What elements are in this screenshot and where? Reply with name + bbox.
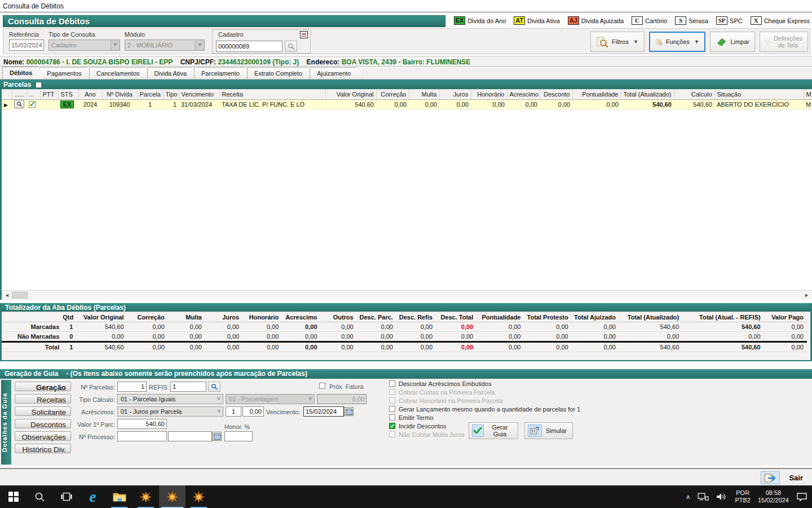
prox-fatura-checkbox[interactable] — [319, 383, 325, 389]
chevron-down-icon: ▼ — [111, 40, 120, 50]
simular-button[interactable]: Simular — [524, 422, 573, 439]
app-window-button-1[interactable] — [133, 485, 159, 508]
row-arrow-icon: ▶ — [4, 102, 8, 108]
totalizador-title: Totalizador da Aba Débitos (Parcelas) — [2, 303, 810, 312]
scrollbar-thumb[interactable] — [12, 292, 28, 299]
horizontal-scrollbar[interactable]: ◄ ► — [0, 290, 812, 300]
tray-expand-chevron[interactable]: ∧ — [686, 493, 690, 501]
vencimento-input[interactable] — [303, 406, 344, 417]
checkbox[interactable] — [389, 423, 395, 429]
gerar-guia-button[interactable]: Gerar Guia — [469, 422, 518, 439]
valor-primeira-parcela-label: Valor 1º Parc: — [76, 421, 115, 428]
limpar-button[interactable]: Limpar — [710, 32, 755, 52]
filter-search-icon — [596, 36, 608, 48]
cnpj-label: CNPJ/CPF: — [180, 58, 216, 66]
vencimento-label: Vencimento: — [266, 409, 301, 415]
legend-item: SSerasa — [675, 16, 708, 25]
num-parcelas-input[interactable] — [117, 382, 147, 392]
checkbox[interactable] — [389, 380, 395, 387]
detalhes-guia-side-label: Detalhes da Guia — [1, 380, 11, 465]
tab-extrato-completo[interactable]: Extrato Completo — [247, 67, 315, 79]
start-button[interactable] — [0, 485, 27, 508]
sair-button[interactable]: Sair — [755, 471, 809, 485]
funcoes-button[interactable]: Funções▼ — [649, 32, 705, 52]
parcelas-select-all-checkbox[interactable] — [36, 82, 42, 88]
checkbox[interactable] — [389, 414, 395, 421]
nav-receitas-button[interactable]: Receitas — [15, 394, 71, 404]
option-gerar-lancamento: Gerar Lançamento mesmo quando a quantida… — [389, 405, 615, 413]
clock[interactable]: 08:5815/02/2024 — [758, 489, 789, 504]
filtros-button[interactable]: Filtros▼ — [590, 32, 645, 52]
tab-divida-ativa[interactable]: Divida Ativa — [147, 67, 200, 79]
functions-search-icon — [655, 36, 663, 48]
task-view-button[interactable] — [53, 485, 80, 508]
option-descontar-acrescimos: Descontar Acréscimos Embutidos — [389, 379, 615, 388]
tab-parcelamento[interactable]: Parcelamento — [194, 67, 253, 79]
network-icon[interactable] — [698, 492, 709, 501]
row-checkbox[interactable] — [29, 101, 36, 108]
tab-strip: Débitos Pagamentos Cancelamentos Divida … — [0, 67, 812, 80]
acrescimos-valor-input[interactable] — [242, 406, 264, 417]
nav-geracao-button[interactable]: Geração — [15, 382, 71, 391]
checkbox — [389, 431, 395, 437]
tipo-consulta-label: Tipo de Consulta — [48, 31, 120, 38]
definicoes-tela-button[interactable]: Definições de Tela — [760, 32, 808, 52]
refis-search-button[interactable] — [208, 382, 220, 392]
scroll-left-arrow[interactable]: ◄ — [3, 291, 11, 300]
num-processo-input[interactable] — [117, 431, 167, 441]
taskbar-search-button[interactable] — [27, 485, 53, 508]
page-title: Consulta de Débitos — [3, 15, 445, 27]
nav-historico-button[interactable]: Histórico Div. — [15, 444, 71, 453]
legend-item: SPSPC — [716, 16, 743, 25]
legend-badge-ex: EX — [454, 16, 466, 25]
cadastro-search-button[interactable] — [285, 41, 297, 52]
nav-observacoes-button[interactable]: Observações — [15, 431, 71, 441]
cadastro-input[interactable] — [216, 41, 283, 52]
search-icon — [288, 43, 294, 50]
chevron-down-icon: ▼ — [694, 39, 699, 45]
honor-input[interactable] — [224, 431, 253, 441]
modulo-select[interactable]: 2 - MOBILIÁRIO▼ — [125, 40, 205, 51]
scroll-right-arrow[interactable]: ► — [802, 291, 811, 300]
table-row[interactable]: ▶ EX 2024 109340 1 1 31/03/2024 TAXA DE … — [2, 99, 812, 109]
tipo-consulta-select[interactable]: Cadastro▼ — [48, 40, 120, 51]
folder-icon — [113, 491, 126, 502]
refis-input[interactable] — [170, 382, 206, 392]
option-cobrar-custas: Cobrar Custas na Primeira Parcela — [389, 388, 615, 396]
nome-value: 000004786 - I. DE SOUZA BISPO EIRELI - E… — [27, 58, 173, 66]
taskbar: e ∧ PORPTB2 08:5815/02/2024 — [0, 485, 812, 508]
num-processo-input-2[interactable] — [168, 431, 212, 441]
query-toolbar: Referência Tipo de Consulta Cadastro▼ Mó… — [3, 28, 810, 54]
vencimento-calendar-button[interactable] — [344, 407, 354, 416]
totalizador-row-marcadas: Marcadas 1540,60 0,000,00 0,000,00 0,000… — [2, 322, 807, 332]
internet-explorer-button[interactable]: e — [80, 485, 106, 508]
nav-descontos-button[interactable]: Descontos — [15, 419, 71, 428]
file-explorer-button[interactable] — [106, 485, 133, 508]
option-emitir-termo: Emitir Termo — [389, 413, 615, 422]
app-window-button-3[interactable] — [186, 485, 212, 508]
nav-solicitante-button[interactable]: Solicitante — [15, 406, 71, 416]
notifications-icon[interactable] — [796, 492, 807, 502]
chevron-down-icon: ˅ — [217, 408, 220, 414]
cnpj-value: 23446323000109 (Tipo: J) — [218, 58, 299, 66]
valor-primeira-parcela-input[interactable] — [117, 419, 167, 429]
volume-icon[interactable] — [716, 492, 727, 501]
cadastro-label: Cadastro — [217, 31, 245, 38]
tab-pagamentos[interactable]: Pagamentos — [39, 67, 95, 79]
language-indicator[interactable]: PORPTB2 — [735, 489, 751, 504]
tab-ajuizamento[interactable]: Ajuizamento — [310, 67, 364, 79]
legend-badge-serasa: S — [675, 16, 686, 25]
acrescimos-qtd-input[interactable] — [226, 406, 241, 417]
app-window-button-2-active[interactable] — [159, 485, 186, 508]
list-icon[interactable] — [300, 31, 308, 38]
tab-debitos[interactable]: Débitos — [2, 67, 45, 79]
row-detail-button[interactable] — [14, 100, 24, 108]
referencia-input[interactable] — [9, 40, 44, 51]
acrescimos-select[interactable]: 01 - Juros por Parcela˅ — [117, 406, 223, 417]
checkbox[interactable] — [389, 406, 395, 412]
processo-calendar-button[interactable] — [212, 432, 222, 441]
legend-badge-cheque: X — [751, 16, 762, 25]
app-star-icon — [192, 491, 205, 503]
tipo-calculo-select[interactable]: 01 - Parcelas Iguais˅ — [117, 394, 223, 404]
tab-cancelamentos[interactable]: Cancelamentos — [89, 67, 152, 79]
